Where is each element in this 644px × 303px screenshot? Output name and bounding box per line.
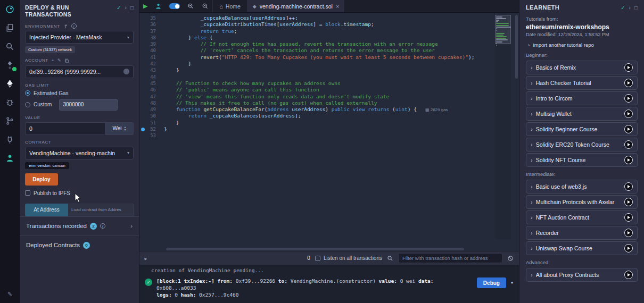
play-circle-icon[interactable] <box>624 79 633 87</box>
code-line[interactable]: 46 // 'public' means anyone can call thi… <box>139 87 519 93</box>
code-line[interactable]: 36 _cupcakeDistributionTimes[userAddress… <box>139 21 519 28</box>
run-script-icon[interactable]: ▶ <box>139 3 151 10</box>
play-circle-icon[interactable] <box>624 63 633 72</box>
tab-home[interactable]: ⌂ Home <box>212 0 247 12</box>
tab-file[interactable]: ◆ vending-machine-contract.sol × <box>247 0 345 12</box>
chevron-right-icon[interactable]: › <box>130 223 133 229</box>
info-icon[interactable]: i <box>100 223 105 229</box>
info-icon[interactable]: i <box>71 23 77 29</box>
add-account-icon[interactable]: + <box>52 58 54 63</box>
remix-logo[interactable] <box>4 3 16 15</box>
tutorial-item[interactable]: ›All about Proxy Contracts <box>526 268 638 282</box>
copy-icon[interactable] <box>64 58 69 63</box>
code-line[interactable]: 41 revert("HTTP 429: Too Many Cupcakes (… <box>139 54 519 61</box>
code-line[interactable]: 49 function getCupcakeBalanceFor(address… <box>139 106 519 113</box>
tutorial-item[interactable]: ›NFT Auction Contract <box>526 211 638 224</box>
account-select[interactable]: 0xf39...92266 (9999.99929... <box>25 65 134 78</box>
popout-icon[interactable]: □ <box>634 5 638 11</box>
spinner-icon[interactable]: ▴▾ <box>125 126 126 131</box>
search-icon[interactable] <box>4 40 16 52</box>
expand-tx-icon[interactable]: ▾ <box>510 280 514 285</box>
code-line[interactable]: 42 } <box>139 61 519 67</box>
play-circle-icon[interactable] <box>624 94 633 103</box>
code-line[interactable]: 47 // 'view' means this function only re… <box>139 94 519 100</box>
horizontal-scrollbar[interactable] <box>166 248 464 250</box>
custom-gas-radio[interactable] <box>25 102 30 107</box>
play-circle-icon[interactable] <box>624 110 633 118</box>
code-editor[interactable]: 35 _cupcakeBalances[userAddress]++;36 _c… <box>139 13 519 247</box>
tutorial-item[interactable]: ›Intro to Circom <box>526 91 638 105</box>
breakpoint-dot[interactable] <box>141 128 145 131</box>
estimated-gas-radio[interactable] <box>25 90 30 96</box>
play-circle-icon[interactable] <box>624 244 633 252</box>
tutorial-item[interactable]: ›Hash Checker Tutorial <box>526 76 638 90</box>
file-explorer-icon[interactable] <box>4 22 16 33</box>
code-line[interactable]: 38 } else { <box>139 35 519 41</box>
play-circle-icon[interactable] <box>624 182 633 191</box>
close-tab-icon[interactable]: × <box>336 3 339 10</box>
debugger-icon[interactable] <box>4 96 16 108</box>
transaction-row[interactable]: ✓ [block:1 txIndex:-] from: 0xf39...9226… <box>145 277 514 298</box>
zoom-out-icon[interactable] <box>198 3 212 10</box>
play-circle-icon[interactable] <box>624 213 633 222</box>
code-line[interactable]: 44 <box>139 74 519 80</box>
debug-button[interactable]: Debug <box>477 277 506 288</box>
tutorial-item[interactable]: ›Solidity NFT Course <box>526 153 638 167</box>
code-line[interactable]: 35 _cupcakeBalances[userAddress]++; <box>139 15 519 21</box>
code-line[interactable]: 53 <box>139 132 519 139</box>
import-tutorial-link[interactable]: › Import another tutorial repo <box>528 42 638 48</box>
play-circle-icon[interactable] <box>624 140 633 149</box>
code-line[interactable]: 52} <box>139 126 519 132</box>
at-address-input[interactable] <box>68 204 134 216</box>
solidity-compiler-icon[interactable] <box>4 59 16 71</box>
play-circle-icon[interactable] <box>624 125 633 133</box>
code-line[interactable]: 51 } <box>139 120 519 126</box>
tutorial-item[interactable]: ›Solidity ERC20 Token Course <box>526 138 638 152</box>
code-line[interactable]: 43 } <box>139 67 519 73</box>
tutorial-item[interactable]: ›Recorder <box>526 226 638 240</box>
chevron-right-icon[interactable]: › <box>629 5 631 11</box>
custom-gas-input[interactable] <box>59 99 118 111</box>
code-line[interactable]: 50 return _cupcakeBalances[userAddress]; <box>139 113 519 119</box>
environment-select[interactable]: Injected Provider - MetaMask ▾ <box>25 31 134 44</box>
tutorial-item[interactable]: ›Multichain Protocols with Axelar <box>526 195 638 209</box>
deployed-contracts-row[interactable]: Deployed Contracts 0 <box>20 235 139 255</box>
plug-icon[interactable] <box>63 24 68 29</box>
terminal-log[interactable]: creation of VendingMachine pending... ✓ … <box>139 265 519 303</box>
code-line[interactable]: 39 // If not enough time has passed, rev… <box>139 41 519 47</box>
popout-icon[interactable]: □ <box>130 5 134 11</box>
code-line[interactable]: 45 // Function to check how many cupcake… <box>139 80 519 87</box>
expand-terminal-icon[interactable]: ›› <box>143 257 149 259</box>
publish-user-icon[interactable] <box>151 3 166 10</box>
custom-gas-option[interactable]: Custom <box>25 99 134 111</box>
zoom-in-icon[interactable] <box>184 3 198 10</box>
tutorial-item[interactable]: ›Basic use of web3.js <box>526 180 638 193</box>
play-circle-icon[interactable] <box>624 229 633 237</box>
clear-console-icon[interactable] <box>507 255 514 262</box>
play-circle-icon[interactable] <box>624 198 633 206</box>
publish-ipfs-checkbox[interactable] <box>25 190 30 196</box>
play-circle-icon[interactable] <box>624 156 633 164</box>
pencil-icon[interactable]: ✎ <box>4 288 16 300</box>
listen-all-checkbox[interactable] <box>315 256 320 261</box>
learneth-plugin-icon[interactable] <box>4 152 16 164</box>
estimated-gas-option[interactable]: Estimated Gas <box>25 90 134 96</box>
plugin-manager-icon[interactable] <box>4 133 16 145</box>
code-line[interactable]: 40 // 'revert' cancels the transaction a… <box>139 47 519 54</box>
copy-address-icon[interactable] <box>123 69 129 74</box>
at-address-button[interactable]: At Address <box>25 204 68 216</box>
edit-account-icon[interactable]: ✎ <box>57 58 61 63</box>
contract-select[interactable]: VendingMachine - vending-machin ▾ <box>25 147 134 159</box>
value-unit-select[interactable]: Wei ▴▾ <box>105 122 134 135</box>
deploy-button[interactable]: Deploy <box>25 173 58 186</box>
git-icon[interactable] <box>4 115 16 127</box>
publish-ipfs-row[interactable]: Publish to IPFS <box>25 190 134 196</box>
tutorial-item[interactable]: ›Uniswap Swap Course <box>526 241 638 255</box>
deploy-run-icon[interactable] <box>4 78 16 89</box>
code-line[interactable]: 37 return true; <box>139 28 519 35</box>
editor-toggle[interactable] <box>169 3 180 9</box>
play-circle-icon[interactable] <box>624 271 633 279</box>
listen-all-row[interactable]: Listen on all transactions <box>315 255 382 261</box>
code-line[interactable]: 48 // This makes it free to call (no gas… <box>139 100 519 106</box>
tutorial-item[interactable]: ›Basics of Remix <box>526 61 638 74</box>
